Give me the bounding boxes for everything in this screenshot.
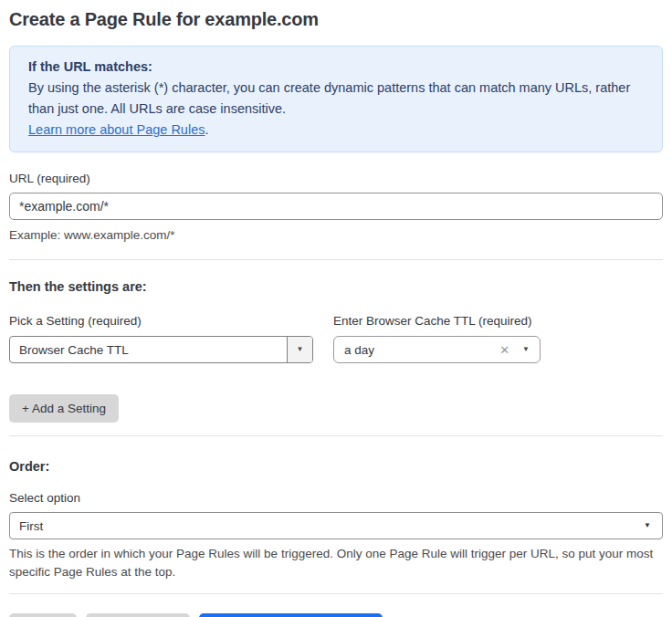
url-example-helper: Example: www.example.com/*	[9, 226, 663, 245]
info-box-heading: If the URL matches:	[28, 57, 644, 78]
url-input[interactable]	[9, 193, 663, 220]
ttl-picker-label: Enter Browser Cache TTL (required)	[333, 314, 541, 328]
url-match-info-box: If the URL matches: By using the asteris…	[9, 46, 663, 152]
settings-row: Pick a Setting (required) Browser Cache …	[9, 314, 663, 363]
save-and-deploy-button[interactable]: Save and Deploy Page Rule	[199, 613, 383, 617]
add-setting-button[interactable]: + Add a Setting	[9, 394, 119, 423]
cancel-button[interactable]: Cancel	[9, 613, 77, 617]
setting-picker-select[interactable]: Browser Cache TTL ▼	[9, 336, 313, 363]
clear-icon[interactable]: ✕	[499, 343, 509, 357]
setting-picker-value: Browser Cache TTL	[10, 337, 287, 362]
link-suffix: .	[205, 122, 208, 137]
setting-picker-column: Pick a Setting (required) Browser Cache …	[9, 314, 313, 363]
order-select[interactable]: First ▼	[9, 512, 663, 539]
info-box-body: By using the asterisk (*) character, you…	[28, 78, 644, 120]
order-select-label: Select option	[9, 491, 663, 505]
form-actions: Cancel Save as Draft Save and Deploy Pag…	[9, 613, 663, 617]
setting-picker-dropdown-button[interactable]: ▼	[287, 337, 312, 362]
learn-more-link[interactable]: Learn more about Page Rules	[28, 122, 205, 137]
order-helper-text: This is the order in which your Page Rul…	[9, 545, 663, 581]
info-box-link-line: Learn more about Page Rules.	[28, 120, 644, 141]
ttl-picker-column: Enter Browser Cache TTL (required) a day…	[333, 314, 541, 363]
order-select-value: First	[19, 519, 644, 533]
divider	[9, 435, 663, 436]
ttl-picker-value: a day	[344, 343, 499, 357]
page-title: Create a Page Rule for example.com	[9, 9, 663, 30]
divider	[9, 259, 663, 260]
settings-section-heading: Then the settings are:	[9, 279, 663, 294]
save-as-draft-button[interactable]: Save as Draft	[86, 613, 190, 617]
page-rule-form: Create a Page Rule for example.com If th…	[0, 0, 672, 617]
divider	[9, 593, 663, 594]
order-section-heading: Order:	[9, 459, 663, 474]
chevron-down-icon: ▼	[522, 346, 530, 353]
chevron-down-icon: ▼	[297, 346, 304, 353]
setting-picker-label: Pick a Setting (required)	[9, 314, 313, 328]
url-field-label: URL (required)	[9, 172, 663, 185]
ttl-picker-select[interactable]: a day ✕ ▼	[333, 336, 541, 363]
chevron-down-icon: ▼	[644, 522, 651, 529]
